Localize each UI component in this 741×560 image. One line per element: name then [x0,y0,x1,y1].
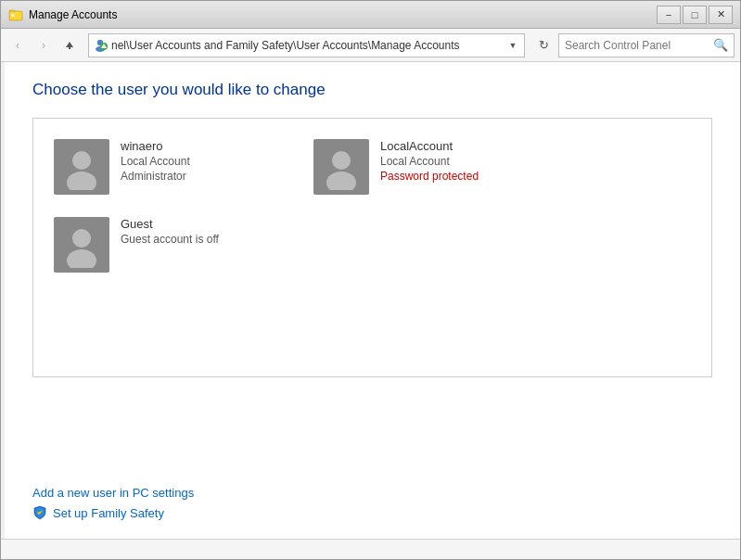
avatar-icon-winaero [58,144,105,190]
up-button[interactable] [58,34,81,57]
avatar-icon-guest [58,222,105,268]
account-info-localaccount: LocalAccount Local Account Password prot… [380,139,479,183]
family-safety-link[interactable]: Set up Family Safety [53,506,164,520]
address-icon [93,38,108,53]
account-status-localaccount: Password protected [380,170,479,183]
account-item-guest[interactable]: Guest Guest account is off [43,206,302,284]
refresh-button[interactable]: ↻ [532,34,555,57]
avatar-guest [54,217,109,273]
svg-rect-1 [9,10,15,12]
svg-rect-3 [11,14,15,17]
svg-point-18 [72,229,91,248]
account-name-localaccount: LocalAccount [380,139,479,153]
minimize-button[interactable]: − [657,6,681,24]
page-title: Choose the user you would like to change [32,81,712,99]
account-info-guest: Guest Guest account is off [121,217,219,246]
avatar-winaero [54,139,109,195]
up-icon [64,40,75,51]
account-type-guest: Guest account is off [121,233,219,246]
family-safety-container: Set up Family Safety [32,505,712,520]
account-name-winaero: winaero [121,139,190,153]
account-item-winaero[interactable]: winaero Local Account Administrator [43,128,302,206]
svg-point-15 [332,151,351,170]
avatar-localaccount [313,139,369,195]
back-button[interactable]: ‹ [6,34,29,57]
window-controls: − □ ✕ [657,6,733,24]
window-icon [8,7,23,22]
window-layout: Choose the user you would like to change [1,62,740,539]
account-type-winaero: Local Account [121,155,190,168]
address-dropdown-icon[interactable]: ▼ [505,34,520,57]
status-bar [1,539,740,559]
add-user-link[interactable]: Add a new user in PC settings [32,486,712,500]
accounts-box: winaero Local Account Administrator [32,118,712,377]
search-input[interactable] [565,39,713,52]
account-item-localaccount[interactable]: LocalAccount Local Account Password prot… [302,128,562,206]
account-name-guest: Guest [121,217,219,231]
address-text: nel\User Accounts and Family Safety\User… [111,39,505,52]
search-icon: 🔍 [713,38,728,52]
window: Manage Accounts − □ ✕ ‹ › [0,0,741,560]
address-bar[interactable]: nel\User Accounts and Family Safety\User… [88,33,525,57]
maximize-button[interactable]: □ [683,6,707,24]
navigation-bar: ‹ › nel\User Accounts and Family Safety\… [1,29,740,62]
account-info-winaero: winaero Local Account Administrator [121,139,190,183]
window-title: Manage Accounts [29,8,657,21]
close-button[interactable]: ✕ [709,6,733,24]
svg-rect-5 [69,46,70,49]
search-box[interactable]: 🔍 [558,33,735,57]
svg-point-12 [72,151,91,170]
avatar-icon-localaccount [318,144,364,190]
content-area: Choose the user you would like to change [5,62,740,486]
bottom-links: Add a new user in PC settings Set up Fam… [5,486,740,539]
title-bar: Manage Accounts − □ ✕ [1,1,740,29]
account-status-winaero: Administrator [121,170,190,183]
shield-icon [32,505,47,520]
main-content: Choose the user you would like to change [5,62,740,539]
account-type-localaccount: Local Account [380,155,479,168]
forward-button[interactable]: › [32,34,55,57]
